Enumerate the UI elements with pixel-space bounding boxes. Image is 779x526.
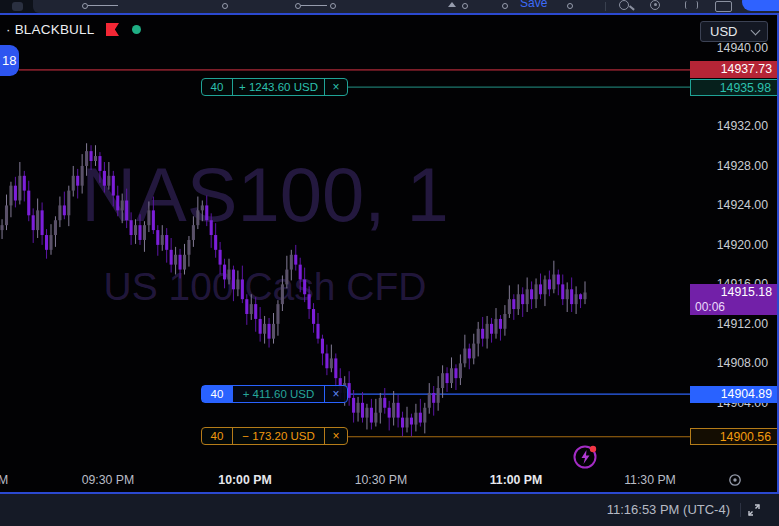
candle: [116, 196, 119, 211]
publish-button[interactable]: [742, 0, 779, 11]
candle: [290, 255, 293, 270]
candle: [570, 289, 573, 304]
fullscreen-icon[interactable]: [685, 1, 698, 9]
search-icon[interactable]: [619, 0, 629, 10]
candle: [170, 250, 173, 265]
currency-dropdown[interactable]: USD: [700, 21, 768, 42]
candle: [90, 151, 93, 161]
candle: [85, 151, 88, 166]
candle: [552, 275, 555, 290]
candle: [27, 191, 30, 216]
price-chip-entry: 14904.89: [690, 386, 778, 403]
price-tick-label: 14928.00: [717, 158, 768, 174]
candle: [512, 299, 515, 309]
time-tick-label: 10:00 PM: [218, 473, 271, 487]
candle: [308, 294, 311, 309]
price-tick-label: 14908.00: [717, 355, 768, 371]
axis-settings-gear-icon[interactable]: [727, 472, 743, 492]
candle: [205, 205, 208, 220]
position-qty[interactable]: 40: [202, 428, 233, 444]
position-pnl: − 173.20 USD: [233, 428, 325, 444]
candle: [72, 176, 75, 191]
toolbar-panel: [33, 0, 779, 13]
layout-icon[interactable]: [715, 1, 732, 12]
time-tick-label: M: [0, 473, 8, 487]
candle: [214, 235, 217, 250]
trend-line-tool-icon[interactable]: [88, 5, 118, 6]
time-tick-label: 10:30 PM: [355, 473, 408, 487]
broker-label[interactable]: · BLACKBULL: [6, 22, 95, 37]
candle: [397, 403, 400, 418]
candle: [459, 363, 462, 378]
candle: [81, 166, 84, 186]
drawing-tool-icon[interactable]: [502, 3, 508, 9]
candle: [179, 255, 182, 270]
candle: [294, 255, 297, 265]
price-tick-label: 14924.00: [717, 197, 768, 213]
close-position-button[interactable]: ×: [325, 386, 347, 402]
drawing-tool-icon[interactable]: [448, 2, 456, 7]
drawing-tool-icon[interactable]: [330, 3, 336, 9]
time-axis[interactable]: M09:30 PM10:00 PM10:30 PM11:00 PM11:30 P…: [0, 469, 779, 492]
candle: [330, 358, 333, 368]
position-tag-entry[interactable]: 40 + 411.60 USD ×: [201, 385, 348, 403]
candle: [250, 304, 253, 314]
chart-pane[interactable]: NAS100, 1 US 100 Cash CFD · BLACKBULL US…: [0, 13, 779, 492]
candle: [414, 413, 417, 425]
candle: [263, 324, 266, 334]
candle: [23, 176, 26, 191]
drawing-tool-icon[interactable]: [12, 2, 23, 11]
position-qty[interactable]: 40: [202, 79, 233, 95]
candle: [334, 358, 337, 378]
price-tick-label: 14920.00: [717, 237, 768, 253]
candle: [517, 294, 520, 309]
candle: [125, 200, 128, 220]
candle: [121, 200, 124, 210]
clock-label[interactable]: 11:16:53 PM (UTC-4): [607, 502, 730, 517]
current-price-chip: 14915.18 00:06: [690, 284, 778, 315]
close-position-button[interactable]: ×: [325, 79, 347, 95]
status-divider: [740, 503, 741, 517]
candle: [392, 403, 395, 418]
candle: [468, 349, 471, 359]
candle: [98, 156, 101, 171]
candle: [494, 319, 497, 334]
candle: [352, 398, 355, 413]
candle: [130, 220, 133, 235]
drawing-tool-icon[interactable]: [222, 3, 228, 9]
gear-icon[interactable]: [654, 3, 657, 6]
candle: [147, 210, 150, 225]
maximize-pane-icon[interactable]: [747, 503, 761, 521]
candle: [41, 210, 44, 235]
close-position-button[interactable]: ×: [325, 428, 347, 444]
current-price-value: 14915.18: [695, 285, 772, 300]
candle: [281, 284, 284, 304]
candle: [535, 284, 538, 299]
position-tag-takeprofit[interactable]: 40 + 1243.60 USD ×: [201, 78, 348, 96]
candle: [107, 176, 110, 186]
left-price-chip: 18: [0, 45, 19, 76]
candle: [1, 225, 4, 230]
candle: [192, 225, 195, 240]
drawing-tool-icon[interactable]: [301, 5, 327, 6]
save-button[interactable]: Save: [520, 0, 547, 10]
candle: [526, 289, 529, 304]
drawing-tool-icon[interactable]: [462, 3, 468, 9]
candle: [54, 220, 57, 235]
candle: [383, 398, 386, 408]
drawing-tool-icon[interactable]: [567, 3, 573, 9]
candle: [405, 418, 408, 428]
candle: [245, 299, 248, 314]
position-qty[interactable]: 40: [202, 386, 233, 402]
quick-trade-button[interactable]: [572, 443, 599, 470]
market-status-icon: [132, 25, 141, 34]
toolbar-divider: [605, 2, 606, 11]
bar-countdown: 00:06: [695, 300, 772, 314]
candle: [325, 353, 328, 368]
candle: [374, 413, 377, 423]
candle: [9, 186, 12, 206]
candle: [486, 324, 489, 339]
position-tag-losing[interactable]: 40 − 173.20 USD ×: [201, 427, 348, 445]
candle: [575, 294, 578, 304]
time-tick-label: 09:30 PM: [82, 473, 135, 487]
